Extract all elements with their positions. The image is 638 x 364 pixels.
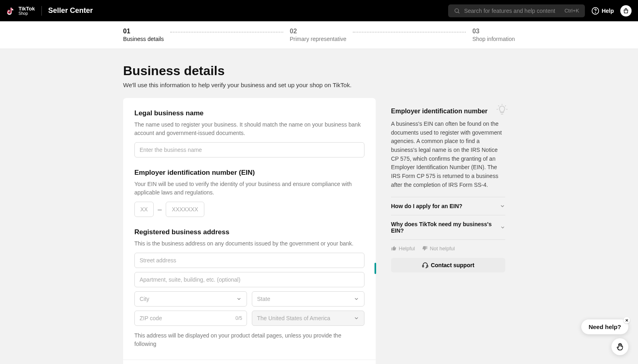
- ein-prefix-input[interactable]: [134, 202, 154, 217]
- step-3: 03 Shop information: [472, 28, 515, 42]
- thumbs-up-icon: [391, 245, 397, 251]
- address-title: Registered business address: [134, 228, 364, 236]
- chevron-down-icon: [500, 225, 505, 230]
- page-subtitle: We'll use this information to help verif…: [123, 82, 515, 88]
- close-icon[interactable]: ✕: [624, 317, 630, 323]
- shop-avatar[interactable]: [620, 5, 632, 16]
- address-desc: This is the business address on any docu…: [134, 239, 364, 248]
- svg-rect-5: [427, 265, 428, 267]
- hand-icon: [616, 343, 624, 351]
- brand-top: TikTok: [19, 6, 35, 11]
- page-title: Business details: [123, 63, 515, 78]
- svg-point-3: [595, 12, 595, 12]
- tiktok-shop-logo[interactable]: TikTok Shop: [6, 6, 35, 16]
- help-circle-icon: [591, 7, 599, 15]
- svg-rect-4: [422, 265, 424, 267]
- shop-icon: [623, 8, 629, 14]
- help-panel-title: Employer identification number: [391, 108, 505, 115]
- svg-point-0: [455, 8, 458, 12]
- country-select: The United States of America: [252, 311, 364, 326]
- contact-support-button[interactable]: Contact support: [391, 258, 505, 272]
- step-1: 01 Business details: [123, 28, 164, 42]
- need-help-bubble[interactable]: Need help? ✕: [581, 319, 628, 334]
- header-right: Search for features and help content Ctr…: [448, 4, 632, 17]
- thumbs-down-icon: [422, 245, 428, 251]
- legal-name-input[interactable]: [134, 142, 364, 157]
- zip-char-count: 0/5: [235, 315, 242, 321]
- ein-desc: Your EIN will be used to verify the iden…: [134, 180, 364, 197]
- chevron-down-icon: [354, 315, 359, 321]
- header-divider: [41, 6, 42, 16]
- header-left: TikTok Shop Seller Center: [6, 6, 93, 16]
- chevron-down-icon: [236, 296, 242, 302]
- ein-dash: –: [158, 205, 162, 214]
- main-content: Business details We'll use this informat…: [123, 49, 515, 364]
- section-indicator: [375, 263, 376, 274]
- state-select[interactable]: State: [252, 291, 364, 307]
- faq-apply-ein[interactable]: How do I apply for an EIN?: [391, 197, 505, 215]
- progress-steps: 01 Business details 02 Primary represent…: [0, 21, 638, 49]
- search-placeholder: Search for features and help content: [464, 8, 561, 14]
- search-icon: [454, 8, 460, 14]
- headset-icon: [422, 262, 428, 268]
- legal-name-title: Legal business name: [134, 109, 364, 117]
- address-note: This address will be displayed on your p…: [134, 331, 364, 348]
- not-helpful-button[interactable]: Not helpful: [422, 245, 455, 252]
- zip-input[interactable]: [134, 311, 247, 326]
- apartment-input[interactable]: [134, 272, 364, 287]
- chevron-down-icon: [500, 203, 505, 209]
- feedback-row: Helpful Not helpful: [391, 245, 505, 252]
- help-link[interactable]: Help: [591, 7, 614, 15]
- help-panel: Employer identification number A busines…: [381, 98, 515, 280]
- section-ein: Employer identification number (EIN) You…: [134, 169, 364, 217]
- street-input[interactable]: [134, 253, 364, 268]
- lightbulb-icon: [496, 103, 508, 116]
- ein-suffix-input[interactable]: [166, 202, 204, 217]
- search-input[interactable]: Search for features and help content Ctr…: [448, 4, 585, 17]
- section-address: Registered business address This is the …: [134, 228, 364, 348]
- form-card: Legal business name The name used to reg…: [123, 98, 376, 364]
- step-2: 02 Primary representative: [290, 28, 346, 42]
- brand-sub: Shop: [19, 11, 35, 16]
- legal-name-desc: The name used to register your business.…: [134, 121, 364, 137]
- help-panel-body: A business's EIN can often be found on t…: [391, 120, 505, 190]
- city-select[interactable]: City: [134, 291, 247, 307]
- search-shortcut: Ctrl+K: [564, 8, 579, 14]
- app-header: TikTok Shop Seller Center Search for fea…: [0, 0, 638, 21]
- tiktok-icon: [6, 6, 16, 16]
- faq-why-ein[interactable]: Why does TikTok need my business's EIN?: [391, 215, 505, 240]
- step-connector: [170, 32, 283, 33]
- helpful-button[interactable]: Helpful: [391, 245, 415, 252]
- help-label: Help: [602, 8, 614, 14]
- assistant-fab[interactable]: [611, 338, 628, 355]
- app-title[interactable]: Seller Center: [48, 6, 93, 15]
- svg-line-1: [458, 12, 459, 13]
- section-legal-name: Legal business name The name used to reg…: [134, 109, 364, 157]
- step-connector: [353, 32, 466, 33]
- ein-title: Employer identification number (EIN): [134, 169, 364, 177]
- chevron-down-icon: [354, 296, 359, 302]
